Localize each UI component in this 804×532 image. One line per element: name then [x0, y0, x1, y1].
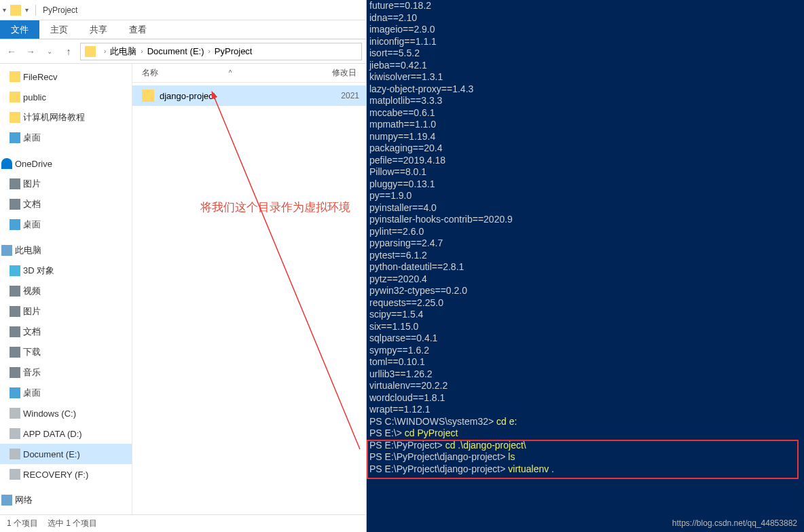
sidebar-item-label: FileRecv — [23, 72, 58, 82]
breadcrumb-item[interactable]: PyProject — [215, 46, 253, 56]
item-icon — [1, 245, 12, 256]
sidebar-item-label: 图片 — [23, 178, 41, 190]
column-header[interactable]: 名称 ^ 修改日 — [132, 64, 366, 83]
sidebar-item-label: 文档 — [23, 326, 41, 338]
sidebar-item[interactable]: RECOVERY (F:) — [0, 464, 132, 484]
column-date[interactable]: 修改日 — [332, 67, 366, 79]
sidebar-item[interactable]: Windows (C:) — [0, 403, 132, 423]
sidebar-item[interactable]: 3D 对象 — [0, 261, 132, 281]
separator — [35, 5, 36, 16]
terminal-line: PS E:\PyProject\django-project> virtuale… — [369, 463, 801, 476]
sidebar-item[interactable]: 桌面 — [0, 128, 132, 148]
item-icon — [10, 449, 20, 459]
forward-button[interactable]: → — [23, 46, 38, 57]
terminal-line: PS C:\WINDOWS\system32> cd e: — [369, 416, 801, 428]
chevron-right-icon: › — [104, 48, 106, 55]
item-icon — [10, 265, 20, 276]
terminal-line: PS E:\PyProject\django-project> ls — [369, 451, 801, 463]
file-tab[interactable]: 文件 — [0, 20, 39, 39]
breadcrumb-item[interactable]: Document (E:) — [147, 46, 204, 56]
sidebar-item[interactable]: 图片 — [0, 301, 132, 322]
terminal-line: lazy-object-proxy==1.4.3 — [369, 83, 801, 96]
sidebar-item-label: 计算机网络教程 — [23, 111, 85, 124]
sidebar-item[interactable]: 文档 — [0, 322, 132, 342]
file-list[interactable]: django-project2021 将我们这个目录作为虚拟环境 — [132, 83, 366, 514]
sidebar-item[interactable]: FileRecv — [0, 66, 132, 87]
terminal-line: wordcloud==1.8.1 — [369, 392, 801, 404]
sidebar-item-label: 3D 对象 — [23, 265, 54, 277]
status-bar: 1 个项目 选中 1 个项目 — [0, 514, 366, 532]
sidebar-item[interactable]: public — [0, 87, 132, 107]
annotation-arrow-icon — [132, 83, 366, 514]
navigation-pane[interactable]: FileRecvpublic计算机网络教程桌面OneDrive图片文档桌面此电脑… — [0, 64, 132, 514]
sidebar-item[interactable]: 下载 — [0, 342, 132, 362]
terminal-line: urllib3==1.26.2 — [369, 368, 801, 381]
sidebar-item[interactable]: 桌面 — [0, 383, 132, 403]
sidebar-item-label: 此电脑 — [15, 244, 41, 256]
terminal-line: idna==2.10 — [369, 12, 801, 24]
sidebar-item[interactable]: APP DATA (D:) — [0, 423, 132, 444]
sidebar-item[interactable]: Document (E:) — [0, 444, 132, 464]
sidebar-item[interactable]: 此电脑 — [0, 240, 132, 261]
terminal-line: pefile==2019.4.18 — [369, 155, 801, 167]
qat-down-icon[interactable]: ▾ — [3, 6, 6, 14]
sidebar-item[interactable]: 文档 — [0, 194, 132, 214]
history-dropdown[interactable]: ⌄ — [42, 48, 57, 55]
item-icon — [10, 408, 20, 419]
breadcrumb-item[interactable]: 此电脑 — [110, 45, 136, 58]
list-item[interactable]: django-project2021 — [132, 86, 366, 106]
sidebar-item[interactable]: 计算机网络教程 — [0, 107, 132, 128]
item-icon — [10, 219, 20, 230]
terminal-line: jieba==0.42.1 — [369, 60, 801, 72]
tab-share[interactable]: 共享 — [79, 20, 118, 39]
sidebar-item-label: 音乐 — [23, 366, 41, 379]
terminal-line: requests==2.25.0 — [369, 297, 801, 309]
terminal-line: pyparsing==2.4.7 — [369, 238, 801, 250]
selected-count: 选中 1 个项目 — [48, 518, 97, 529]
sidebar-item[interactable]: 视频 — [0, 281, 132, 301]
up-button[interactable]: ↑ — [61, 46, 76, 57]
terminal-line: pyinstaller-hooks-contrib==2020.9 — [369, 214, 801, 226]
terminal-line: sympy==1.6.2 — [369, 345, 801, 357]
breadcrumb[interactable]: › 此电脑 › Document (E:) › PyProject — [80, 43, 362, 60]
qat-down-icon[interactable]: ▾ — [25, 6, 29, 14]
column-name[interactable]: 名称 — [132, 67, 223, 79]
powershell-terminal[interactable]: future==0.18.2idna==2.10imageio==2.9.0in… — [367, 0, 804, 532]
sidebar-item[interactable]: 桌面 — [0, 214, 132, 235]
sidebar-item-label: Document (E:) — [23, 449, 80, 459]
sidebar-item-label: 视频 — [23, 285, 41, 297]
folder-icon — [10, 5, 21, 16]
terminal-line: PS E:\> cd PyProject — [369, 428, 801, 440]
tab-home[interactable]: 主页 — [39, 20, 79, 39]
terminal-line: virtualenv==20.2.2 — [369, 380, 801, 392]
terminal-line: numpy==1.19.4 — [369, 131, 801, 143]
file-date: 2021 — [341, 91, 359, 100]
title-bar: ▾ ▾ PyProject — [0, 0, 366, 20]
terminal-line: sqlparse==0.4.1 — [369, 332, 801, 345]
sidebar-item[interactable]: OneDrive — [0, 153, 132, 174]
sidebar-item-label: 文档 — [23, 198, 41, 210]
item-icon — [10, 92, 20, 102]
sidebar-item-label: RECOVERY (F:) — [23, 470, 88, 480]
tab-view[interactable]: 查看 — [118, 20, 158, 39]
item-icon — [10, 469, 20, 480]
back-button[interactable]: ← — [4, 46, 19, 57]
sidebar-item[interactable]: 音乐 — [0, 362, 132, 383]
sidebar-item[interactable]: 图片 — [0, 174, 132, 194]
item-icon — [10, 199, 20, 210]
watermark: https://blog.csdn.net/qq_44853882 — [672, 518, 797, 528]
terminal-line: Pillow==8.0.1 — [369, 166, 801, 178]
item-icon — [1, 495, 12, 506]
terminal-line: py==1.9.0 — [369, 190, 801, 202]
terminal-line: imageio==2.9.0 — [369, 24, 801, 36]
item-icon — [10, 286, 20, 297]
sidebar-item-label: public — [23, 92, 46, 102]
terminal-line: toml==0.10.1 — [369, 356, 801, 368]
chevron-right-icon: › — [208, 48, 211, 55]
terminal-line: packaging==20.4 — [369, 142, 801, 155]
terminal-line: mccabe==0.6.1 — [369, 107, 801, 119]
sidebar-item[interactable]: 网络 — [0, 490, 132, 510]
terminal-line: pluggy==0.13.1 — [369, 178, 801, 191]
content-pane: 名称 ^ 修改日 django-project2021 将我们这个目录作为虚拟环… — [132, 64, 366, 514]
item-icon — [10, 112, 20, 123]
